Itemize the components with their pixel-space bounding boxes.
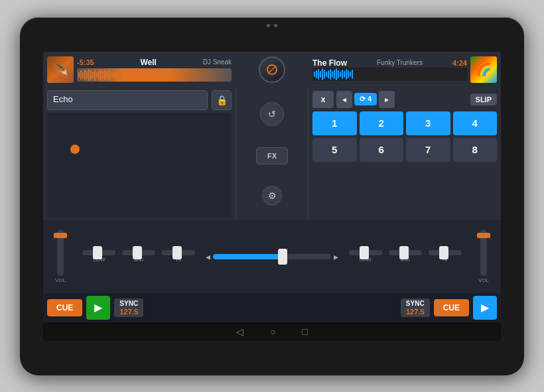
wbar [100,69,102,81]
wbar-blue [348,70,349,78]
sampler-button-1[interactable]: 1 [312,111,357,135]
right-low-fader: LOW [349,250,382,263]
right-cue-label: CUE [443,303,460,312]
sync-icon: ↺ [268,109,276,119]
right-hi-handle [439,246,448,259]
left-mid-fader: MID [122,250,155,263]
sampler-button-2[interactable]: 2 [360,111,404,135]
deck-left: 🪶 -5:35 Well DJ Sneak [43,52,236,88]
lock-button[interactable]: 🔒 [212,90,232,110]
sampler-x-label: x [321,95,326,104]
home-button[interactable]: ○ [270,326,275,337]
wbar [98,70,100,80]
gear-icon: ⚙ [268,190,277,201]
wbar [110,72,111,78]
wbar [104,70,105,80]
slip-button[interactable]: SLIP [470,94,497,105]
xy-pad[interactable] [47,113,232,218]
right-mid-handle [399,246,409,259]
sampler-button-6[interactable]: 6 [360,138,404,162]
left-hi-track[interactable] [162,250,195,255]
indicator-dot [274,24,277,27]
right-waveform [312,68,467,81]
gear-button[interactable]: ⚙ [262,186,282,206]
right-mid-fader: MID [389,250,422,263]
sampler-button-3[interactable]: 3 [406,111,450,135]
sampler-button-4[interactable]: 4 [453,111,498,135]
wbar-blue [334,70,335,79]
wbar-blue [346,69,347,80]
right-sync-group[interactable]: SYNC 127.5 [401,298,430,317]
right-hi-fader: HI [429,250,462,263]
sampler-button-7[interactable]: 7 [406,138,450,162]
left-vol-fader: VOL [48,229,72,283]
sampler-grid-row1: 1 2 3 4 [312,111,497,135]
wbar-blue [338,70,339,78]
right-mid-track[interactable] [389,250,422,255]
loop-prev-button[interactable]: ◂ [336,91,352,108]
wbar [84,70,86,80]
wbar-blue [320,71,321,78]
right-vol-fader: VOL [472,229,496,283]
left-low-fader: LOW [82,250,115,263]
sampler-top: x ◂ ⟳ 4 ▸ SLIP [312,90,497,109]
center-logo-section [236,52,308,88]
right-eq-faders: LOW MID HI [338,250,472,263]
right-hi-track[interactable] [429,250,462,255]
fx-label-button[interactable]: FX [256,147,288,164]
sampler-button-5[interactable]: 5 [312,138,357,162]
wbar-blue [322,68,323,80]
top-bar: 🪶 -5:35 Well DJ Sneak [43,52,501,88]
crossfader-track[interactable] [213,254,332,259]
mixer-section: VOL LOW MID [43,220,501,293]
fx-select-value: Echo [53,94,73,104]
right-play-icon: ▶ [481,301,489,314]
right-vol-track[interactable] [480,229,487,276]
left-sync-label: SYNC [119,300,138,307]
left-panel: Echo 🔒 [43,88,236,220]
sampler-button-8[interactable]: 8 [453,138,498,162]
right-sync-label: SYNC [406,300,425,307]
left-hi-fader: HI [162,250,195,263]
wbar [94,70,96,80]
left-deck-artist: DJ Sneak [203,58,232,66]
right-low-handle [360,246,369,259]
left-play-button[interactable]: ▶ [86,296,110,320]
wbar [112,73,113,77]
left-vol-track[interactable] [57,229,64,276]
wbar [92,72,94,78]
sync-icon-button[interactable]: ↺ [260,102,284,126]
recent-button[interactable]: □ [303,326,308,337]
right-low-track[interactable] [349,250,382,255]
wbar [116,72,117,78]
left-sync-group[interactable]: SYNC 127.5 [114,298,143,317]
wbar [114,71,115,79]
sampler-grid-row2: 5 6 7 8 [312,138,497,162]
logo-button[interactable] [259,56,285,83]
crossfader-indicator [213,254,278,259]
fx-select[interactable]: Echo [47,90,208,110]
wbar [78,72,80,78]
wbar-blue [350,72,351,77]
back-button[interactable]: ◁ [236,326,243,337]
slip-label: SLIP [476,96,492,103]
right-cue-button[interactable]: CUE [434,299,469,316]
left-deck-time: -5:35 [77,58,94,66]
left-cue-label: CUE [56,303,73,312]
left-cue-button[interactable]: CUE [47,299,82,316]
left-vol-handle [54,233,67,238]
wbar-blue [336,68,337,80]
crossfader-section: ◂ ▸ [206,251,339,262]
right-deck-time: 4:24 [452,59,467,67]
left-mid-track[interactable] [122,250,155,255]
crossfader-right-arrow: ▸ [334,251,338,262]
sampler-x-button[interactable]: x [312,91,334,108]
loop-next-button[interactable]: ▸ [379,91,395,108]
right-play-button[interactable]: ▶ [473,296,497,320]
left-low-track[interactable] [82,250,115,255]
android-nav-bar: ◁ ○ □ [43,322,501,341]
wbar [80,70,82,80]
loop-button[interactable]: ⟳ 4 [354,93,377,105]
wbar-blue [328,70,329,78]
wbar [82,72,84,78]
